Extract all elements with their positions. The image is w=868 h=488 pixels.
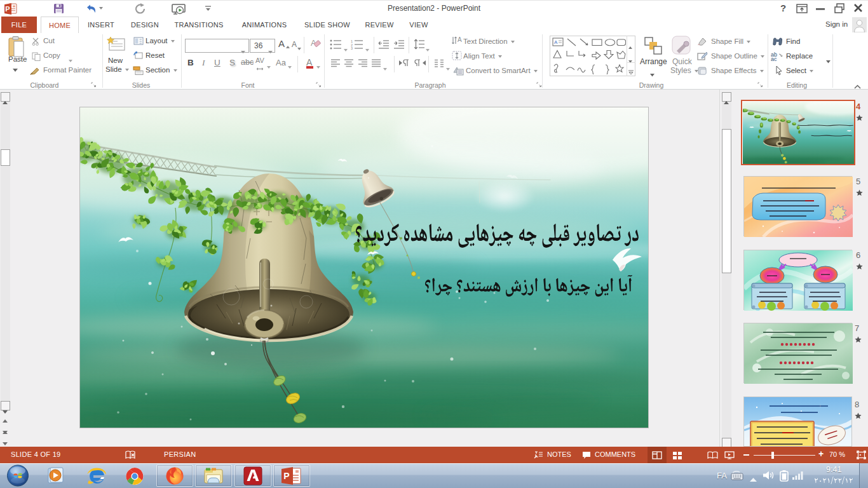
svg-text:3: 3: [351, 46, 353, 50]
svg-text:A: A: [458, 36, 462, 43]
svg-text:P: P: [283, 471, 289, 481]
svg-text:ac: ac: [771, 56, 777, 61]
svg-text:A: A: [554, 39, 558, 45]
